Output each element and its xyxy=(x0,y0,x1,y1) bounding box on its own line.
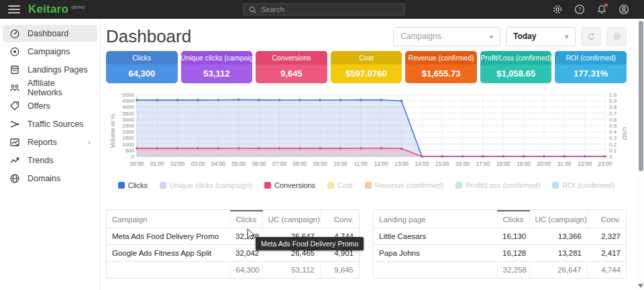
legend-item-clicks[interactable]: Clicks xyxy=(118,181,148,189)
svg-text:21:00: 21:00 xyxy=(557,160,572,167)
row-clicks: 16,130 xyxy=(497,228,529,245)
date-range-select[interactable]: Today▾ xyxy=(506,27,576,46)
landing-page-row[interactable]: Little Caesars16,13013,3662,327 xyxy=(374,228,626,245)
campaigns-filter-select[interactable]: Campaigns▾ xyxy=(393,27,500,46)
legend-label: Conversions xyxy=(274,181,315,189)
dashboard-chart: 0500100015002000250030003500400045005000… xyxy=(106,90,636,176)
column-header-conv[interactable]: Conv. xyxy=(587,211,626,228)
report-icon xyxy=(9,137,20,148)
legend-label: Clicks xyxy=(128,181,148,189)
stat-card-value: 64,300 xyxy=(106,64,178,83)
dashboard-settings-button[interactable] xyxy=(606,27,627,46)
sidebar-item-traffic-sources[interactable]: Traffic Sources xyxy=(3,115,97,133)
target-icon xyxy=(9,46,20,57)
svg-text:04:00: 04:00 xyxy=(211,160,225,167)
sidebar-item-domains[interactable]: Domains xyxy=(3,170,97,187)
totals-row: 32,25826,6474,744 xyxy=(374,262,626,279)
svg-text:18:00: 18:00 xyxy=(496,160,511,167)
legend-item-cost[interactable]: Cost xyxy=(327,181,353,189)
row-name[interactable]: Little Caesars xyxy=(374,228,497,245)
search-input[interactable] xyxy=(261,5,399,13)
column-header-clicks[interactable]: Clicks xyxy=(497,211,529,228)
row-uc: 13,366 xyxy=(529,228,587,245)
stat-card-label: Clicks xyxy=(106,51,178,64)
user-avatar-icon[interactable] xyxy=(619,4,629,15)
sidebar-item-affiliate-networks[interactable]: Affiliate Networks xyxy=(3,79,97,97)
sidebar-item-reports[interactable]: Reports› xyxy=(3,134,97,151)
legend-swatch xyxy=(455,182,462,189)
svg-text:5000: 5000 xyxy=(122,92,134,98)
mouse-cursor xyxy=(247,228,256,243)
svg-text:0.9: 0.9 xyxy=(609,98,617,104)
svg-text:0.6: 0.6 xyxy=(609,117,617,123)
legend-swatch xyxy=(118,182,125,189)
legend-swatch xyxy=(160,182,166,189)
people-icon xyxy=(9,83,20,93)
column-header-conv[interactable]: Conv. xyxy=(320,211,359,228)
stat-card-label: Profit/Loss (confirmed) xyxy=(480,51,552,64)
sidebar-item-dashboard[interactable]: Dashboard xyxy=(3,25,97,42)
sidebar-nav: DashboardCampaignsLandings PagesAffiliat… xyxy=(0,25,100,187)
legend-swatch xyxy=(264,182,271,189)
sidebar-item-label: Offers xyxy=(28,101,50,111)
sidebar-item-campaigns[interactable]: Campaigns xyxy=(3,43,97,60)
legend-item-conversions[interactable]: Conversions xyxy=(264,181,315,189)
row-clicks: 16,128 xyxy=(497,245,529,262)
svg-text:00:00: 00:00 xyxy=(130,160,144,167)
scroll-down-arrow-icon[interactable] xyxy=(638,284,643,288)
landing-page-row[interactable]: Papa Johns16,12813,2812,417 xyxy=(374,245,626,262)
menu-icon[interactable] xyxy=(8,5,20,13)
sidebar-item-landings-pages[interactable]: Landings Pages xyxy=(3,61,97,79)
svg-text:12:00: 12:00 xyxy=(374,160,388,167)
svg-text:3500: 3500 xyxy=(122,111,134,117)
legend-swatch xyxy=(365,182,372,189)
legend-item-profit-loss-confirmed[interactable]: Profit/Loss (confirmed) xyxy=(455,181,540,189)
legend-item-unique-clicks-campaign[interactable]: Unique clicks (campaign) xyxy=(160,181,252,189)
column-header-clicks[interactable]: Clicks xyxy=(230,211,262,228)
column-header-landing-page[interactable]: Landing page xyxy=(374,211,497,228)
stat-card-value: 53,112 xyxy=(181,64,253,83)
svg-text:09:00: 09:00 xyxy=(313,160,327,167)
svg-text:10:00: 10:00 xyxy=(333,160,347,167)
search-icon xyxy=(249,6,256,13)
legend-item-roi-confirmed[interactable]: ROI (confirmed) xyxy=(552,181,614,189)
logo[interactable]: Keitarodemo xyxy=(28,3,85,16)
svg-text:13:00: 13:00 xyxy=(394,160,409,167)
split-icon xyxy=(9,119,20,130)
svg-text:2000: 2000 xyxy=(122,129,134,135)
svg-text:0.8: 0.8 xyxy=(609,104,617,110)
trend-icon xyxy=(9,155,20,166)
row-name[interactable]: Google Ads Fitness App Split xyxy=(107,245,230,262)
gauge-icon xyxy=(9,28,20,39)
sidebar-item-offers[interactable]: Offers xyxy=(3,97,97,115)
help-icon[interactable]: ? xyxy=(574,4,585,15)
svg-text:500: 500 xyxy=(125,148,135,154)
row-tooltip: Meta Ads Food Delivery Promo xyxy=(256,237,364,250)
row-conv: 2,327 xyxy=(587,228,626,245)
stat-card-value: $1,655.73 xyxy=(405,64,477,83)
scrollbar-thumb[interactable] xyxy=(639,21,643,171)
svg-text:0.1: 0.1 xyxy=(609,148,617,154)
row-name[interactable]: Meta Ads Food Delivery Promo xyxy=(107,228,230,245)
refresh-button[interactable] xyxy=(581,27,601,46)
legend-item-revenue-confirmed[interactable]: Revenue (confirmed) xyxy=(365,181,444,189)
legend-label: Unique clicks (campaign) xyxy=(170,181,252,189)
svg-text:22:00: 22:00 xyxy=(578,160,592,167)
sidebar-item-label: Landings Pages xyxy=(28,65,88,75)
row-name[interactable]: Papa Johns xyxy=(374,245,497,262)
svg-text:1.0: 1.0 xyxy=(609,92,617,98)
refresh-icon xyxy=(587,32,596,41)
legend-swatch xyxy=(327,182,334,189)
column-header-campaign[interactable]: Campaign xyxy=(107,211,230,228)
column-header-uc-campaign[interactable]: UC (campaign) xyxy=(529,211,587,228)
sidebar-item-label: Reports xyxy=(28,138,57,147)
settings-gear-icon[interactable] xyxy=(552,4,563,15)
sidebar-item-trends[interactable]: Trends xyxy=(3,152,97,169)
svg-text:0: 0 xyxy=(131,154,135,160)
column-header-uc-campaign[interactable]: UC (campaign) xyxy=(262,211,320,228)
sidebar-item-label: Dashboard xyxy=(28,29,68,38)
search-box[interactable] xyxy=(243,3,405,15)
notifications-bell-icon[interactable] xyxy=(596,4,607,15)
svg-text:3000: 3000 xyxy=(122,117,134,123)
svg-text:16:00: 16:00 xyxy=(455,160,470,167)
